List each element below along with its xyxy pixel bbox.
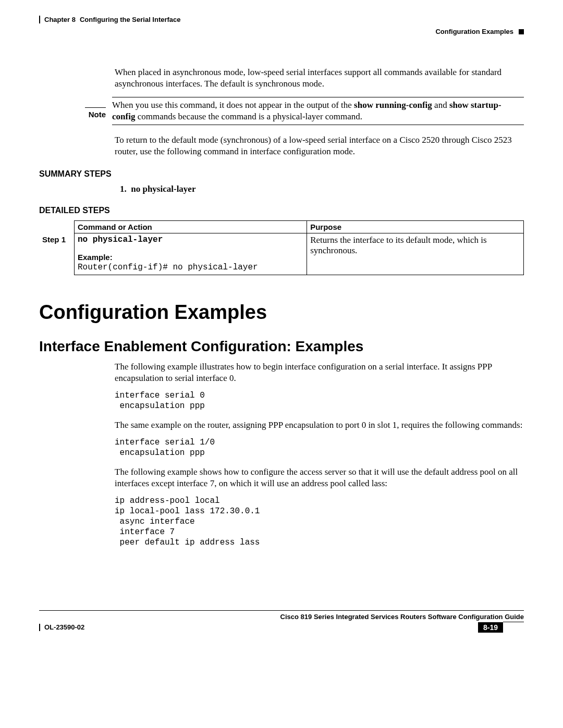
- chapter-title: Configuring the Serial Interface: [80, 16, 181, 23]
- code-block-1: interface serial 0 encapsulation ppp: [115, 390, 524, 411]
- header-marker-icon: [519, 29, 524, 34]
- section-name: Configuration Examples: [435, 28, 513, 35]
- code-block-2: interface serial 1/0 encapsulation ppp: [115, 437, 524, 458]
- footer-guide-title: Cisco 819 Series Integrated Services Rou…: [39, 613, 524, 621]
- page-header: Chapter 8 Configuring the Serial Interfa…: [44, 16, 524, 23]
- example-para-1: The following example illustrates how to…: [115, 361, 524, 384]
- note-label: Note: [89, 110, 106, 119]
- page-footer: Cisco 819 Series Integrated Services Rou…: [39, 610, 524, 633]
- section-h2: Interface Enablement Configuration: Exam…: [39, 338, 524, 355]
- step-command: no physical-layer: [78, 235, 303, 244]
- chapter-number: Chapter 8: [44, 16, 76, 23]
- intro-paragraph-1: When placed in asynchronous mode, low-sp…: [115, 67, 524, 90]
- page-number: 8-19: [478, 622, 503, 633]
- step-label: Step 1: [39, 233, 75, 275]
- note-body: When you use this command, it does not a…: [112, 98, 524, 124]
- col-header-purpose: Purpose: [307, 220, 524, 233]
- section-h1: Configuration Examples: [39, 301, 524, 324]
- detailed-steps-table: Command or Action Purpose Step 1 no phys…: [39, 220, 524, 275]
- step-command-cell: no physical-layer Example: Router(config…: [75, 233, 307, 275]
- summary-step-1: 1. no physical-layer: [120, 184, 524, 194]
- detailed-steps-heading: DETAILED STEPS: [39, 206, 524, 215]
- note-block: Note When you use this command, it does …: [39, 96, 524, 126]
- code-block-3: ip address-pool local ip local-pool lass…: [115, 496, 524, 548]
- example-label: Example:: [78, 253, 303, 262]
- intro-paragraph-2: To return to the default mode (synchrono…: [115, 134, 524, 157]
- footer-tail-icon: [503, 622, 524, 633]
- step-purpose: Returns the interface to its default mod…: [307, 233, 524, 275]
- example-code: Router(config-if)# no physical-layer: [78, 263, 303, 272]
- summary-steps-heading: SUMMARY STEPS: [39, 169, 524, 179]
- col-header-command: Command or Action: [75, 220, 307, 233]
- example-para-2: The same example on the router, assignin…: [115, 419, 524, 431]
- footer-doc-id: OL-23590-02: [44, 623, 84, 631]
- example-para-3: The following example shows how to confi…: [115, 466, 524, 489]
